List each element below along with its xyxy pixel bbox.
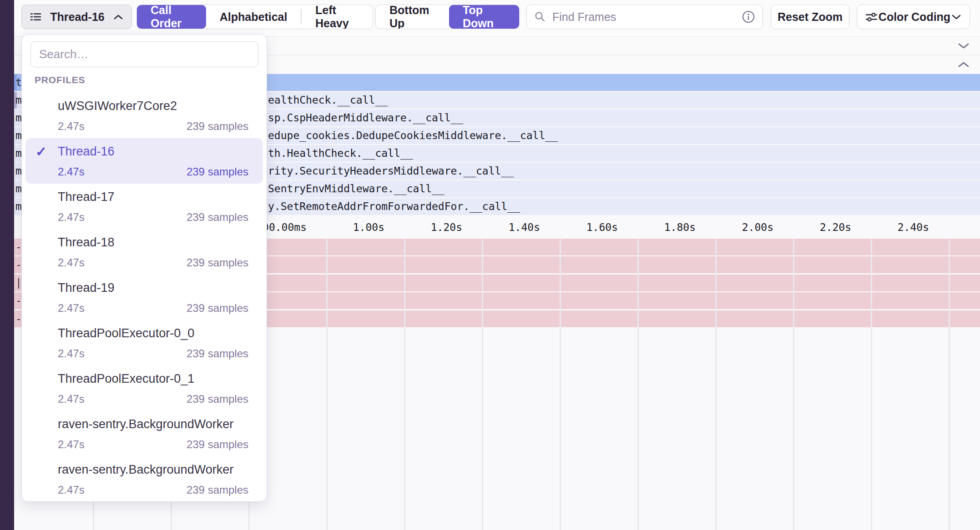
profile-name: raven-sentry.BackgroundWorker — [58, 463, 233, 477]
tab-bottom-up[interactable]: Bottom Up — [376, 5, 449, 29]
thread-selector-button[interactable]: Thread-16 — [21, 5, 132, 29]
profile-duration: 2.47s — [58, 211, 85, 224]
profile-sample-count: 239 samples — [187, 438, 248, 451]
thread-selector-label: Thread-16 — [50, 10, 104, 24]
frame-text-glimpse: m — [15, 110, 22, 126]
profile-duration: 2.47s — [58, 393, 85, 405]
frame-text-glimpse: - — [15, 310, 22, 327]
profile-name: Thread-18 — [58, 235, 115, 250]
tab-call-order[interactable]: Call Order — [137, 5, 206, 29]
flamegraph-toolbar: Thread-16 Call Order Alphabetical Left H… — [14, 0, 980, 37]
profile-name: Thread-17 — [58, 190, 115, 204]
gridline — [560, 238, 561, 530]
profile-sample-count: 239 samples — [187, 211, 248, 224]
profile-sample-count: 239 samples — [187, 120, 248, 133]
frame-text-glimpse: m — [15, 145, 22, 162]
gridline — [793, 238, 794, 530]
frame-text-glimpse: m — [15, 163, 22, 180]
profile-sample-count: 239 samples — [187, 256, 248, 269]
frame-text-glimpse: m — [15, 180, 22, 197]
profile-option-thread-17-2[interactable]: Thread-172.47s239 samples — [25, 184, 263, 229]
profile-duration: 2.47s — [58, 302, 85, 315]
direction-segmented-control: Bottom Up Top Down — [375, 5, 520, 29]
frame-text-glimpse: - — [15, 292, 22, 309]
tab-left-heavy[interactable]: Left Heavy — [302, 5, 373, 29]
profile-option-thread-19-4[interactable]: Thread-192.47s239 samples — [25, 275, 263, 320]
profile-option-thread-18-3[interactable]: Thread-182.47s239 samples — [25, 229, 263, 275]
frame-text-glimpse: - — [15, 256, 22, 273]
find-frames-input[interactable] — [551, 10, 742, 24]
info-icon[interactable] — [742, 10, 755, 24]
frame-text-glimpse: m — [15, 198, 22, 215]
profile-name: Thread-16 — [58, 145, 115, 159]
color-coding-button[interactable]: Color Coding — [857, 5, 970, 29]
tab-alphabetical[interactable]: Alphabetical — [206, 5, 301, 29]
sliders-icon — [865, 12, 878, 22]
frame-text: SentryEnvMiddleware.__call__ — [268, 180, 445, 197]
profile-option-raven-sentry-backgroundworker-7[interactable]: raven-sentry.BackgroundWorker2.47s239 sa… — [25, 411, 263, 456]
list-icon — [30, 12, 41, 22]
profile-name: raven-sentry.BackgroundWorker — [58, 417, 233, 431]
checkmark-icon: ✓ — [35, 144, 47, 160]
time-axis-tick: 2.40s — [821, 221, 929, 233]
profile-duration: 2.47s — [58, 256, 85, 269]
profile-name: Thread-19 — [58, 281, 115, 295]
frame-text: rity.SecurityHeadersMiddleware.__call__ — [268, 163, 514, 180]
profile-sample-count: 239 samples — [187, 347, 248, 360]
frame-text: y.SetRemoteAddrFromForwardedFor.__call__ — [268, 198, 520, 215]
search-icon — [534, 11, 546, 23]
profile-name: ThreadPoolExecutor-0_1 — [58, 372, 194, 386]
profile-option-raven-sentry-backgroundworker-8[interactable]: raven-sentry.BackgroundWorker2.47s239 sa… — [25, 456, 263, 502]
profile-sample-count: 239 samples — [187, 393, 248, 405]
find-frames-searchbox — [526, 5, 763, 29]
profile-option-uwsgiworker7core2-0[interactable]: uWSGIWorker7Core22.47s239 samples — [25, 93, 263, 138]
profile-name: ThreadPoolExecutor-0_0 — [58, 326, 194, 340]
color-coding-label: Color Coding — [879, 10, 950, 24]
frame-text: sp.CspHeaderMiddleware.__call__ — [268, 110, 463, 126]
thread-selector-dropdown: PROFILES uWSGIWorker7Core22.47s239 sampl… — [21, 34, 267, 502]
gridline — [482, 238, 483, 530]
chevron-up-icon — [113, 14, 123, 20]
frame-text-glimpse: m — [15, 127, 22, 144]
profile-duration: 2.47s — [58, 165, 85, 178]
reset-zoom-label: Reset Zoom — [778, 10, 843, 24]
tab-top-down[interactable]: Top Down — [449, 5, 519, 29]
profile-sample-count: 239 samples — [187, 165, 248, 178]
gridline — [871, 238, 872, 530]
gridline — [637, 238, 639, 530]
gridline — [949, 238, 950, 530]
profile-option-threadpoolexecutor-0-1-6[interactable]: ThreadPoolExecutor-0_12.47s239 samples — [25, 365, 263, 411]
chevron-down-icon[interactable] — [957, 42, 970, 50]
profile-option-threadpoolexecutor-0-0-5[interactable]: ThreadPoolExecutor-0_02.47s239 samples — [25, 320, 263, 365]
frame-text: ealthCheck.__call__ — [268, 92, 388, 109]
profile-duration: 2.47s — [58, 484, 85, 496]
profile-name: uWSGIWorker7Core2 — [58, 99, 177, 113]
gridline — [326, 238, 328, 530]
sort-order-segmented-control: Call Order Alphabetical Left Heavy — [136, 5, 373, 29]
profile-duration: 2.47s — [58, 347, 85, 360]
frame-text-glimpse: - — [15, 239, 22, 255]
frame-text-glimpse: m — [15, 92, 22, 109]
reset-zoom-button[interactable]: Reset Zoom — [771, 5, 849, 29]
app-left-rail — [0, 0, 14, 530]
profile-option-thread-16-1[interactable]: ✓Thread-162.47s239 samples — [25, 138, 263, 184]
frame-text: edupe_cookies.DedupeCookiesMiddleware.__… — [268, 127, 558, 144]
frame-text-glimpse: | — [15, 275, 22, 291]
frame-text-glimpse: t — [15, 74, 22, 91]
profile-sample-count: 239 samples — [187, 302, 248, 315]
profiles-search-input[interactable] — [30, 41, 258, 67]
profiler-flamegraph-page: Thread-16 Call Order Alphabetical Left H… — [0, 0, 980, 530]
profile-sample-count: 239 samples — [187, 484, 248, 496]
gridline — [404, 238, 405, 530]
chevron-up-icon[interactable] — [957, 61, 970, 68]
frame-text: th.HealthCheck.__call__ — [268, 145, 413, 162]
profiles-section-label: PROFILES — [35, 75, 85, 85]
gridline — [715, 238, 717, 530]
profile-duration: 2.47s — [58, 120, 85, 133]
chevron-down-icon — [951, 14, 961, 20]
profile-duration: 2.47s — [58, 438, 85, 451]
